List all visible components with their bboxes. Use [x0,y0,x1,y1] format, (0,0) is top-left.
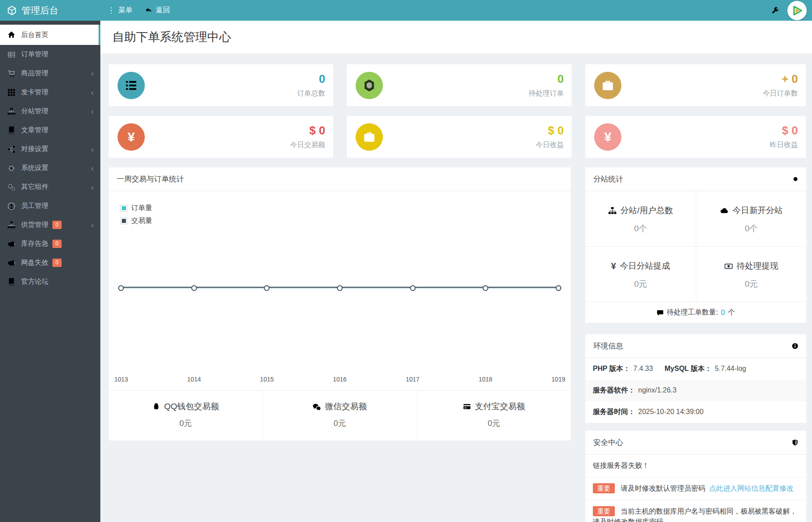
sidebar-item-system-settings[interactable]: 系统设置 ‹ [0,159,100,178]
x-axis-tick: 1014 [187,376,201,383]
sidebar-item-home[interactable]: 后台首页 [0,25,100,45]
pay-stat-value: 0元 [109,418,262,429]
env-label: 服务器软件： [593,386,635,394]
wrench-icon[interactable] [771,6,779,15]
legend-swatch [122,206,126,210]
environment-panel: 环境信息 PHP 版本：7.4.33 MySQL 版本：5.7.44-log 服… [585,334,806,423]
env-value: 5.7.44-log [715,365,746,372]
info-box-label: 今日收益 [383,141,564,150]
brand[interactable]: 管理后台 [0,4,100,17]
panel-title: 分站统计 [593,174,623,184]
branch-cell-label: 分站/用户总数 [621,205,673,216]
data-point [337,285,343,291]
count-badge: 0 [52,259,62,267]
important-badge: 重要 [593,483,615,493]
security-panel: 安全中心 链接服务器失败！ 重要 请及时修改默认管理员密码 点此进入网站信息配置… [585,431,806,522]
sitemap-icon [608,207,617,215]
pay-stat-label: QQ钱包交易额 [164,401,219,412]
sidebar-item-integrations[interactable]: 对接设置 ‹ [0,140,100,159]
top-nav: ⋮ 菜单 返回 [107,6,170,15]
branch-cell-new-today: 今日新开分站 0个 [696,191,806,246]
info-box-label: 订单总数 [145,89,325,98]
pay-stat-label: 微信交易额 [325,401,367,412]
x-axis-tick: 1016 [333,376,346,383]
briefcase-icon [356,123,383,151]
sidebar-item-supply[interactable]: 供货管理 0 ‹ [0,215,100,234]
x-axis-tick: 1015 [260,376,274,383]
branch-cell-withdrawals: 待处理提现 0元 [696,246,806,302]
panel-title: 安全中心 [593,437,623,448]
data-point [191,285,197,291]
page-title: 自助下单系统管理中心 [112,29,800,45]
legend-swatch-box [121,205,127,211]
count-badge: 0 [52,221,62,229]
sidebar-item-label: 文章管理 [21,126,48,135]
circle-icon [793,176,798,182]
chevron-left-icon: ‹ [91,164,94,172]
env-value: 2025-10-20 14:39:00 [638,408,704,415]
chevron-left-icon: ‹ [91,221,94,229]
sidebar-item-label: 商品管理 [21,69,48,78]
chart-legend: 订单量 交易量 [121,204,152,229]
branch-cell-value: 0个 [589,223,692,234]
info-box-label: 昨日收益 [621,141,798,150]
money-icon [724,262,733,270]
home-icon [7,31,15,39]
env-label: PHP 版本： [593,365,630,372]
table-icon [7,51,15,59]
legend-label: 交易量 [131,216,152,226]
pay-stat-alipay: 支付宝交易额 0元 [417,391,571,441]
sidebar-item-netdisk-invalid[interactable]: 网盘失效 0 [0,253,100,272]
supply-sitemap-icon [7,221,15,229]
info-box-value: 0 [145,72,325,86]
count-badge: 0 [52,240,62,248]
pay-stat-wechat: 微信交易额 0元 [262,391,416,441]
sitemap-icon [7,107,15,115]
shield-icon [792,439,798,446]
branch-cell-label: 今日分站提成 [620,260,670,272]
env-row-server-software: 服务器软件：nginx/1.26.3 [585,380,806,401]
menu-toggle-button[interactable]: ⋮ 菜单 [107,6,132,15]
branch-cell-value: 0元 [589,278,692,290]
play-logo[interactable] [787,1,807,20]
info-box-value: $ 0 [145,124,325,137]
info-box-label: 今日订单数 [621,89,798,98]
weekly-chart-panel: 一周交易与订单统计 订单量 交易量 [109,167,571,441]
sidebar-item-orders[interactable]: 订单管理 [0,45,100,64]
sidebar-item-official-forum[interactable]: 官方论坛 [0,272,100,291]
info-box-value: 0 [383,72,564,86]
page-header: 自助下单系统管理中心 [100,21,812,53]
qq-icon [152,403,160,411]
info-icon[interactable] [792,343,798,349]
security-row-admin-password: 重要 请及时修改默认管理员密码 点此进入网站信息配置修改 [585,477,806,500]
sidebar-item-label: 供货管理 [21,220,48,230]
user-icon [7,202,15,210]
config-link[interactable]: 点此进入网站信息配置修改 [709,485,794,492]
play-icon [790,4,804,17]
sidebar-item-staff[interactable]: 员工管理 [0,196,100,215]
grid-icon [7,89,15,96]
yen-icon: ¥ [118,123,145,151]
legend-label: 订单量 [131,204,152,213]
branch-cell-commission: ¥ 今日分站提成 0元 [585,246,696,302]
wechat-icon [312,403,321,411]
sidebar-item-components[interactable]: 其它组件 ‹ [0,178,100,196]
sidebar-item-branches[interactable]: 分站管理 ‹ [0,102,100,121]
data-point [483,285,489,291]
info-box-value: + 0 [621,72,798,86]
chevron-left-icon: ‹ [91,145,94,153]
sidebar-item-articles[interactable]: 文章管理 [0,121,100,140]
env-row-server-time: 服务器时间：2025-10-20 14:39:00 [585,401,806,423]
sidebar-item-cards[interactable]: 发卡管理 ‹ [0,83,100,102]
back-button[interactable]: 返回 [145,6,170,15]
sidebar-item-products[interactable]: 商品管理 ‹ [0,64,100,83]
info-box-today-orders: + 0 今日订单数 [585,64,806,106]
sidebar-item-label: 网盘失效 [21,258,48,267]
sidebar-item-label: 后台首页 [21,30,48,40]
env-label: 服务器时间： [593,408,635,415]
sidebar-item-stock-alert[interactable]: 库存告急 0 [0,234,100,253]
branch-cell-value: 0元 [700,278,803,290]
cloud-icon [720,206,729,215]
sidebar-item-label: 系统设置 [21,163,48,173]
info-box-grid: 0 订单总数 0 待处理订单 + 0 今日订单数 ¥ $ 0 今日交易额 [109,64,806,158]
